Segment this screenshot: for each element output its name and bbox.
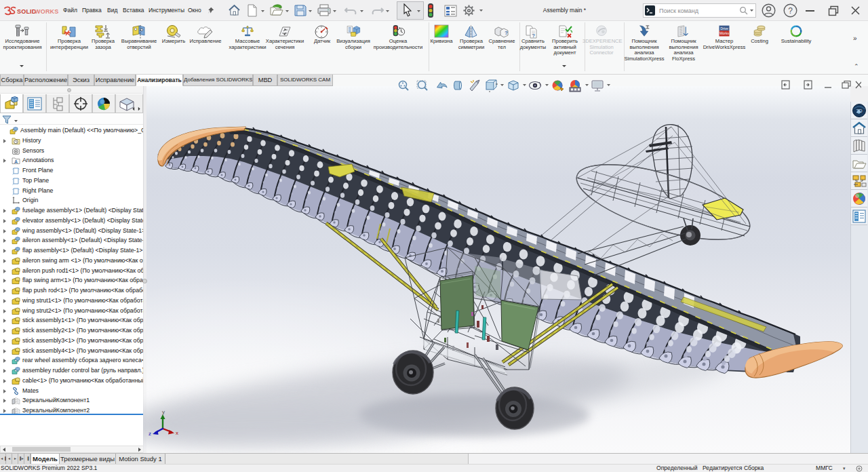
svg-text:z: z xyxy=(149,431,151,437)
svg-text:y: y xyxy=(162,409,165,415)
svg-text:?: ? xyxy=(505,30,508,36)
svg-text:SOLID: SOLID xyxy=(17,8,37,15)
svg-text:WORKS: WORKS xyxy=(35,8,59,15)
svg-text:x: x xyxy=(176,430,178,436)
svg-text:Drive: Drive xyxy=(720,26,728,31)
svg-text:?: ? xyxy=(788,6,793,16)
svg-text:3D: 3D xyxy=(856,109,863,113)
svg-text:A: A xyxy=(14,159,18,164)
svg-text:Works: Works xyxy=(719,31,730,35)
